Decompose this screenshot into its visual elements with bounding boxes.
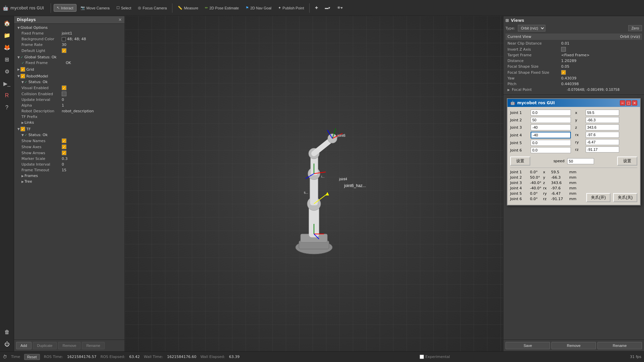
x-input[interactable] <box>586 110 619 116</box>
sidebar-help[interactable]: ? <box>1 102 13 113</box>
remove-button[interactable]: Remove <box>58 342 80 349</box>
focal-shape-fixed-row: Focal Shape Fixed Size ✓ <box>505 69 642 75</box>
joint3-input[interactable] <box>531 124 571 130</box>
dialog-minimize[interactable]: − <box>620 100 625 106</box>
links-row[interactable]: ▶ Links <box>14 120 124 125</box>
j1-x-val: 59.5 <box>551 170 568 174</box>
show-arrows-row: Show Arrows ✓ <box>14 150 124 156</box>
experimental-label: Experimental <box>425 355 450 359</box>
joint4-input[interactable] <box>531 132 571 138</box>
focal-shape-fixed-checkbox[interactable]: ✓ <box>561 70 566 75</box>
sidebar-home[interactable]: 🏠 <box>1 17 13 29</box>
collision-enabled-checkbox[interactable] <box>62 92 66 96</box>
close-displays-icon[interactable]: ✕ <box>118 17 122 22</box>
experimental-checkbox[interactable] <box>420 355 424 359</box>
views-rename-button[interactable]: Rename <box>597 342 642 349</box>
svg-line-9 <box>314 140 331 154</box>
show-axes-checkbox[interactable]: ✓ <box>62 144 66 149</box>
z-input[interactable] <box>586 124 619 130</box>
joint1-input[interactable] <box>531 110 571 116</box>
joint2-input[interactable] <box>531 117 571 123</box>
measure-button[interactable]: 📏 Measure <box>175 4 201 11</box>
rename-button[interactable]: Rename <box>82 342 105 349</box>
show-names-label: Show Names <box>21 139 62 143</box>
add-point-button[interactable]: ✚ <box>312 4 321 11</box>
time-icon: ⏱ <box>3 354 7 359</box>
views-type-select[interactable]: Orbit (rviz) <box>518 25 545 32</box>
joint6-input[interactable] <box>531 147 571 153</box>
statusbar: ⏱ Time Reset ROS Time: 1621584176.57 ROS… <box>0 351 644 362</box>
default-light-row: Default Light ✓ <box>14 48 124 54</box>
show-arrows-checkbox[interactable]: ✓ <box>62 150 66 155</box>
tf-row[interactable]: ▼ ✓ TF <box>14 126 124 132</box>
select-button[interactable]: ☐ Select <box>114 4 134 11</box>
rx-input[interactable] <box>586 132 619 138</box>
y-input[interactable] <box>586 117 619 123</box>
cam-opts-icon: ▬▾ <box>325 6 330 10</box>
dialog-maximize[interactable]: □ <box>626 100 631 106</box>
claw-close-button[interactable]: 夹爪(关) <box>613 193 637 202</box>
invert-z-checkbox[interactable] <box>561 47 566 52</box>
tree-row[interactable]: ▶ Tree <box>14 179 124 184</box>
focal-point-row[interactable]: ▶ Focal Point -0.070648; -0.081499; 0.10… <box>505 87 642 93</box>
tree-label: Tree <box>24 179 123 184</box>
robot-model-checkbox[interactable]: ✓ <box>20 74 25 78</box>
global-status-row[interactable]: ▼ ✓ Global Status: Ok <box>14 54 124 60</box>
grid-row[interactable]: ▶ ✓ Grid <box>14 66 124 72</box>
ry-input[interactable] <box>586 139 619 145</box>
rz-input[interactable] <box>586 146 619 153</box>
views-save-button[interactable]: Save <box>505 342 550 349</box>
separator2 <box>172 3 172 13</box>
reset-button[interactable]: Reset <box>24 354 40 360</box>
window-title: 🤖 mycobot ros GUI <box>3 5 44 11</box>
pose-estimate-button[interactable]: ✏ 2D Pose Estimate <box>202 4 241 11</box>
j2-y-label: y <box>543 175 550 180</box>
tf-prefix-label: TF Prefix <box>21 115 62 119</box>
dialog-close[interactable]: ✕ <box>632 100 637 106</box>
speed-input[interactable] <box>567 158 594 164</box>
claw-open-button[interactable]: 夹爪(开) <box>586 193 610 202</box>
sidebar-terminal[interactable]: ▶_ <box>1 78 13 89</box>
dialog-title-bar[interactable]: 🤖 mycobot ros GUI − □ ✕ <box>507 99 640 107</box>
show-names-checkbox[interactable]: ✓ <box>62 138 66 143</box>
tf-update-interval-row: Update Interval 0 <box>14 162 124 167</box>
visual-enabled-checkbox[interactable]: ✓ <box>62 85 66 90</box>
j6-d-deg: 0.0° <box>530 197 542 201</box>
grid-checkbox[interactable]: ✓ <box>20 67 25 72</box>
sidebar-trash[interactable]: 🗑 <box>1 326 13 338</box>
sidebar-rviz[interactable]: R <box>1 90 13 101</box>
sidebar-firefox[interactable]: 🦊 <box>1 42 13 53</box>
interact-button[interactable]: ↖ Interact <box>54 4 76 12</box>
y-label: y <box>575 118 584 122</box>
global-status-item: ▼ ✓ Global Status: Ok ✓ Fixed Frame OK <box>14 54 124 66</box>
views-remove-button[interactable]: Remove <box>551 342 596 349</box>
global-options-row[interactable]: ▼ Global Options <box>14 25 124 31</box>
zero-button[interactable]: Zero <box>628 25 642 31</box>
viewport[interactable]: joint4 joint6 joint6_haz... 5... i... ◀ <box>125 16 503 351</box>
expand-arrow2: ▼ <box>17 56 20 59</box>
tf-checkbox[interactable]: ✓ <box>20 127 25 131</box>
add-button[interactable]: Add <box>16 342 32 349</box>
robot-model-row[interactable]: ▼ ✓ RobotModel <box>14 73 124 79</box>
duplicate-button[interactable]: Duplicate <box>33 342 57 349</box>
nav-goal-button[interactable]: ⚑ 2D Nav Goal <box>243 4 274 11</box>
camera-options-button[interactable]: ▬▾ <box>322 4 333 11</box>
robot-desc-row: Robot Description robot_description <box>14 108 124 114</box>
joint5-input[interactable] <box>531 140 571 146</box>
sidebar-power[interactable]: ⏻ <box>1 339 13 350</box>
default-light-checkbox[interactable]: ✓ <box>62 48 66 53</box>
global-options-label: Global Options <box>20 25 123 30</box>
view-options-button[interactable]: 👁▾ <box>334 4 345 11</box>
sidebar-files[interactable]: 📁 <box>1 29 13 41</box>
move-camera-button[interactable]: 📷 Move Camera <box>78 4 112 11</box>
sidebar-settings[interactable]: ⚙ <box>1 66 13 77</box>
marker-scale-row: Marker Scale 0.3 <box>14 156 124 162</box>
sidebar-apps[interactable]: ⊞ <box>1 54 13 65</box>
set-joints-button[interactable]: 设置 <box>510 157 530 166</box>
focus-camera-button[interactable]: ◎ Focus Camera <box>135 4 169 11</box>
type-label: Type: <box>505 26 515 31</box>
j4-mm: mm <box>569 186 576 190</box>
publish-point-button[interactable]: ✦ Publish Point <box>275 4 307 11</box>
set-coords-button[interactable]: 设置 <box>617 157 637 166</box>
frames-row[interactable]: ▶ Frames <box>14 173 124 179</box>
